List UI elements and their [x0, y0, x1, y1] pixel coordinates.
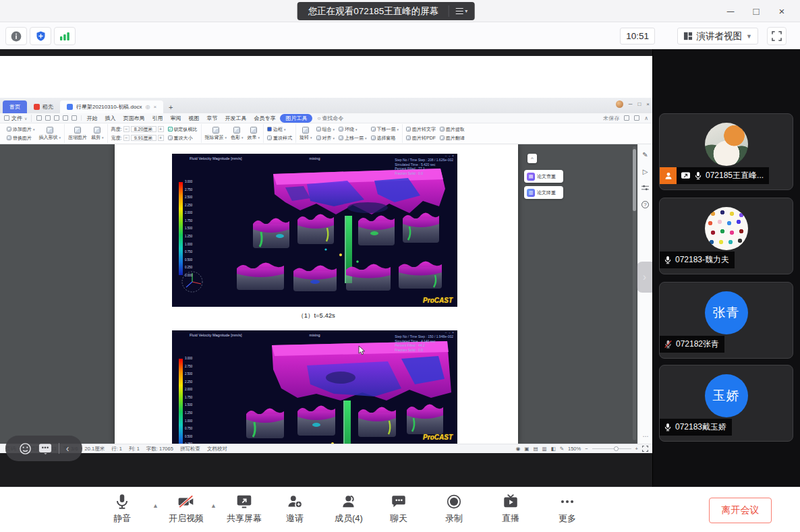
ribbon-pic-to-pdf[interactable]: 图片转PDF — [406, 135, 436, 142]
ribbon-select-pane[interactable]: 选择窗格 — [371, 135, 399, 142]
view-read-icon[interactable]: ◧ — [551, 446, 556, 452]
meeting-info-button[interactable] — [5, 27, 27, 45]
save-icon[interactable] — [36, 115, 42, 121]
ribbon-effects[interactable]: 效果▾ — [248, 127, 260, 141]
view-pen-icon[interactable]: ✎ — [560, 446, 564, 452]
wps-new-tab-button[interactable]: + — [163, 100, 178, 113]
status-item[interactable]: 20.1厘米 — [85, 446, 105, 452]
scrollbar-thumb[interactable] — [633, 149, 636, 211]
ribbon-group[interactable]: 组合▾ — [316, 126, 335, 133]
cursor-select-icon[interactable]: ▷ — [643, 168, 648, 175]
view-outline-icon[interactable]: ▤ — [533, 446, 538, 452]
zoom-slider[interactable] — [592, 448, 631, 450]
ribbon-reset-style[interactable]: 重设样式 — [267, 135, 292, 142]
wps-context-tab-picture-tools[interactable]: 图片工具 — [280, 114, 312, 123]
participant-tile-3[interactable]: 张青 072182张青 — [659, 282, 793, 359]
ribbon-pic-extract[interactable]: 图片提取 — [440, 126, 465, 133]
participant-tile-4[interactable]: 玉娇 072183戴玉娇 — [659, 365, 793, 442]
procast-image-2[interactable]: Fluid Velocity Magnitude [mm/s] mixing –… — [172, 330, 457, 444]
banner-menu-button[interactable]: ▾ — [448, 5, 467, 17]
ribbon-cutout[interactable]: 抠除背景▾ — [205, 127, 227, 141]
help-icon[interactable]: ? — [641, 201, 649, 208]
ribbon-compress[interactable]: 压缩图片 — [68, 127, 87, 141]
collaborate-icon[interactable] — [624, 115, 629, 121]
wps-close-icon[interactable]: × — [646, 101, 650, 107]
share-icon[interactable] — [634, 115, 639, 121]
start-video-button[interactable]: 开启视频 — [169, 493, 204, 525]
maximize-button[interactable]: □ — [743, 0, 769, 22]
wps-menu-item[interactable]: 章节 — [206, 115, 217, 122]
network-status-button[interactable] — [54, 27, 76, 45]
view-page-icon[interactable]: ▣ — [524, 446, 529, 452]
document-page[interactable]: Fluid Velocity Magnitude [mm/s] mixing –… — [115, 144, 518, 444]
security-button[interactable] — [30, 27, 51, 45]
chat-button[interactable]: 聊天 — [390, 493, 407, 525]
zoom-out-icon[interactable]: − — [585, 446, 588, 452]
status-item[interactable]: 拼写检查 — [180, 446, 200, 452]
panel-collapse-handle[interactable]: › — [637, 262, 652, 293]
height-stepper[interactable]: −8.20厘米+ — [123, 126, 164, 132]
ribbon-insert-shape[interactable]: 插入形状▾ — [39, 127, 61, 141]
view-mode-selector[interactable]: 演讲者视图 ▼ — [677, 28, 758, 45]
status-item[interactable]: 列: 1 — [129, 446, 140, 452]
mute-button[interactable]: 静音 — [113, 493, 131, 525]
minimize-button[interactable]: ─ — [718, 0, 743, 22]
view-web-icon[interactable]: ▥ — [542, 446, 547, 452]
close-button[interactable]: × — [769, 0, 795, 22]
ribbon-add-picture[interactable]: 添加图片▾ — [7, 126, 35, 133]
status-item[interactable]: 字数: 17065 — [146, 446, 173, 452]
wps-menu-item[interactable]: 审阅 — [170, 115, 181, 122]
wps-tab-home[interactable]: 首页 — [3, 100, 27, 113]
zoom-slider-knob[interactable] — [614, 446, 619, 451]
ribbon-collapse-icon[interactable]: ∧ — [644, 115, 648, 121]
wps-menu-item[interactable]: 开发工具 — [225, 115, 246, 122]
ribbon-color[interactable]: 色彩▾ — [231, 127, 244, 141]
wps-maximize-icon[interactable]: □ — [637, 101, 641, 107]
wps-menu-item[interactable]: 引用 — [152, 115, 163, 122]
wps-account-avatar[interactable] — [616, 100, 623, 108]
more-button[interactable]: 更多 — [559, 493, 576, 525]
ribbon-pic-translate[interactable]: 图片翻译 — [440, 135, 465, 142]
zoom-in-icon[interactable]: + — [635, 446, 638, 452]
rail-more-icon[interactable]: ⋯ — [638, 433, 652, 440]
paper-check-button[interactable]: ▤ 论文查重 — [524, 170, 563, 183]
lock-aspect-checkbox[interactable]: ✓锁定纵横比 — [168, 126, 198, 133]
wps-find-command[interactable]: ○ 查找命令 — [317, 115, 343, 122]
ribbon-down-layer[interactable]: 下移一层▾ — [371, 126, 399, 133]
document-scrollbar[interactable] — [633, 146, 636, 440]
invite-button[interactable]: 邀请 — [286, 493, 304, 525]
ribbon-up-layer[interactable]: 上移一层▾ — [339, 135, 367, 142]
zoom-level-label[interactable]: 150% — [568, 446, 581, 452]
status-item[interactable]: 文档校对 — [207, 446, 227, 452]
live-stream-button[interactable]: 直播 — [502, 493, 519, 525]
redo-icon[interactable] — [72, 115, 77, 121]
leave-meeting-button[interactable]: 离开会议 — [709, 498, 772, 523]
ribbon-pic-to-text[interactable]: 图片转文字 — [406, 126, 436, 133]
preview-icon[interactable] — [54, 115, 59, 121]
print-icon[interactable] — [45, 115, 51, 121]
width-stepper[interactable]: −9.91厘米+ — [123, 135, 164, 141]
record-button[interactable]: 录制 — [445, 493, 463, 525]
wps-minimize-icon[interactable]: ─ — [629, 101, 633, 107]
status-item[interactable]: 行: 1 — [111, 446, 122, 452]
procast-image-1[interactable]: Fluid Velocity Magnitude [mm/s] mixing –… — [172, 154, 457, 307]
tune-sliders-icon[interactable] — [641, 185, 649, 191]
video-options-caret[interactable]: ▲ — [210, 502, 217, 509]
mic-options-caret[interactable]: ▲ — [152, 502, 159, 509]
sticker-icon[interactable] — [38, 443, 52, 454]
members-button[interactable]: 成员(4) — [335, 493, 363, 525]
participant-tile-2[interactable]: 072183-魏力夫 — [659, 198, 793, 274]
ribbon-reset-size[interactable]: 重设大小 — [168, 135, 198, 142]
tab-close-icon[interactable]: × — [153, 104, 156, 110]
undo-icon[interactable] — [63, 115, 68, 121]
ribbon-align[interactable]: 对齐▾ — [316, 135, 335, 142]
wps-menu-item[interactable]: 插入 — [105, 115, 115, 122]
wps-tab-document[interactable]: 行星架20210310-初稿.docx ◎ × — [60, 100, 163, 113]
smiley-icon[interactable] — [19, 442, 32, 455]
wps-file-menu[interactable]: 文件 ∨ — [4, 115, 32, 122]
paper-reduce-button[interactable]: ▥ 论文降重 — [524, 186, 563, 199]
annotate-pen-icon[interactable]: ✎ — [642, 151, 648, 158]
collapse-left-icon[interactable]: ‹ — [66, 443, 69, 454]
wps-tab-docer[interactable]: 稻壳 — [27, 100, 60, 113]
ribbon-crop[interactable]: 裁剪▾ — [91, 127, 104, 141]
